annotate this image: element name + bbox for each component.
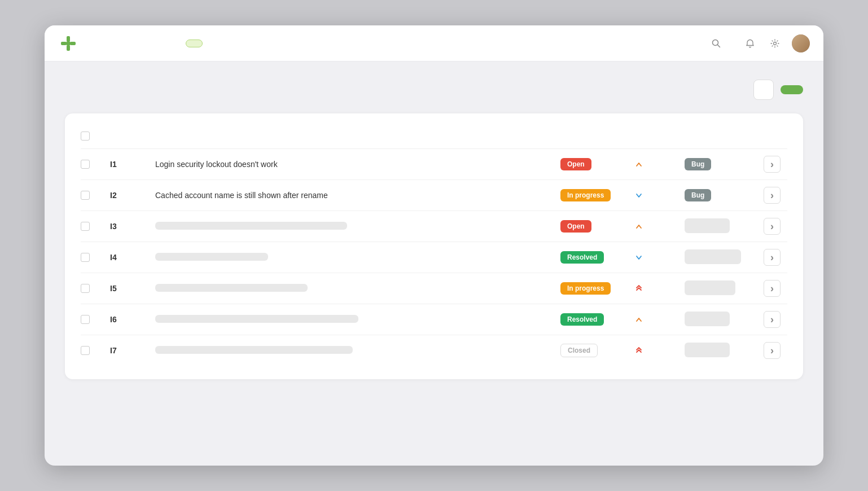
table-row: I6Resolved xyxy=(81,304,787,335)
priority-icon xyxy=(634,345,671,356)
more-options-button[interactable] xyxy=(753,80,774,100)
priority-icon xyxy=(634,283,671,293)
row-action-cell xyxy=(757,335,787,366)
row-priority xyxy=(627,211,678,242)
priority-icon xyxy=(634,221,671,231)
row-name xyxy=(148,273,554,304)
row-code: I1 xyxy=(103,149,148,180)
row-status: Open xyxy=(554,211,627,242)
main-content: I1Login security lockout doesn't workOpe… xyxy=(45,62,823,466)
row-checkbox-cell xyxy=(81,242,103,273)
row-checkbox[interactable] xyxy=(81,191,90,200)
svg-point-7 xyxy=(774,42,777,45)
row-code: I5 xyxy=(103,273,148,304)
row-code: I6 xyxy=(103,304,148,335)
status-badge: Open xyxy=(560,158,591,170)
row-detail-button[interactable] xyxy=(764,156,781,173)
category-badge: Bug xyxy=(685,158,711,170)
row-code: I2 xyxy=(103,180,148,211)
row-checkbox-cell xyxy=(81,180,103,211)
row-checkbox-cell xyxy=(81,304,103,335)
page-header xyxy=(65,80,803,100)
page-actions xyxy=(753,80,803,100)
row-checkbox[interactable] xyxy=(81,222,90,231)
row-detail-button[interactable] xyxy=(764,218,781,235)
header-checkbox[interactable] xyxy=(81,127,103,149)
header-category xyxy=(678,127,757,149)
row-action-cell xyxy=(757,242,787,273)
row-checkbox[interactable] xyxy=(81,284,90,293)
row-action-cell xyxy=(757,211,787,242)
row-category xyxy=(678,273,757,304)
row-category: Bug xyxy=(678,180,757,211)
row-status: Resolved xyxy=(554,304,627,335)
row-name xyxy=(148,211,554,242)
header xyxy=(45,25,823,62)
svg-rect-1 xyxy=(67,45,70,51)
row-priority xyxy=(627,335,678,366)
priority-icon xyxy=(634,252,671,262)
table-row: I3Open xyxy=(81,211,787,242)
issues-table: I1Login security lockout doesn't workOpe… xyxy=(81,127,787,366)
row-detail-button[interactable] xyxy=(764,249,781,266)
header-status xyxy=(554,127,627,149)
row-detail-button[interactable] xyxy=(764,342,781,359)
search-icon[interactable] xyxy=(708,36,724,51)
status-badge: Resolved xyxy=(560,251,604,264)
select-all-checkbox[interactable] xyxy=(81,131,90,141)
header-right xyxy=(708,34,810,52)
row-name xyxy=(148,335,554,366)
nav-run[interactable] xyxy=(147,40,163,47)
row-priority xyxy=(627,304,678,335)
notification-icon[interactable] xyxy=(742,36,758,51)
row-name xyxy=(148,304,554,335)
svg-rect-2 xyxy=(61,42,67,45)
status-badge: In progress xyxy=(560,282,611,295)
header-name xyxy=(148,127,554,149)
row-category xyxy=(678,242,757,273)
svg-rect-0 xyxy=(67,36,70,42)
row-category: Bug xyxy=(678,149,757,180)
add-issue-button[interactable] xyxy=(781,85,803,94)
nav-plan[interactable] xyxy=(128,40,144,47)
row-code: I7 xyxy=(103,335,148,366)
row-code: I4 xyxy=(103,242,148,273)
header-action xyxy=(757,127,787,149)
row-checkbox[interactable] xyxy=(81,315,90,324)
user-avatar[interactable] xyxy=(792,34,810,52)
issues-table-card: I1Login security lockout doesn't workOpe… xyxy=(65,113,803,379)
row-status: Open xyxy=(554,149,627,180)
row-action-cell xyxy=(757,149,787,180)
nav-define[interactable] xyxy=(90,40,106,47)
header-code xyxy=(103,127,148,149)
category-badge: Bug xyxy=(685,189,711,201)
row-checkbox[interactable] xyxy=(81,253,90,262)
row-detail-button[interactable] xyxy=(764,311,781,328)
nav-resolve[interactable] xyxy=(186,40,203,47)
table-row: I2Cached account name is still shown aft… xyxy=(81,180,787,211)
nav-analyze[interactable] xyxy=(206,40,222,47)
row-status: In progress xyxy=(554,180,627,211)
status-badge: In progress xyxy=(560,189,611,201)
row-detail-button[interactable] xyxy=(764,280,781,297)
table-row: I4Resolved xyxy=(81,242,787,273)
table-row: I5In progress xyxy=(81,273,787,304)
row-action-cell xyxy=(757,304,787,335)
row-priority xyxy=(627,242,678,273)
row-action-cell xyxy=(757,180,787,211)
row-checkbox[interactable] xyxy=(81,346,90,355)
settings-icon[interactable] xyxy=(767,36,783,51)
app-logo[interactable] xyxy=(58,33,78,54)
nav-design[interactable] xyxy=(109,40,125,47)
row-name: Login security lockout doesn't work xyxy=(148,149,554,180)
row-checkbox[interactable] xyxy=(81,160,90,169)
row-status: In progress xyxy=(554,273,627,304)
row-category xyxy=(678,211,757,242)
row-name: Cached account name is still shown after… xyxy=(148,180,554,211)
header-priority xyxy=(627,127,678,149)
main-nav xyxy=(90,40,708,47)
nav-track[interactable] xyxy=(166,40,182,47)
table-row: I7Closed xyxy=(81,335,787,366)
row-detail-button[interactable] xyxy=(764,187,781,204)
row-priority xyxy=(627,273,678,304)
